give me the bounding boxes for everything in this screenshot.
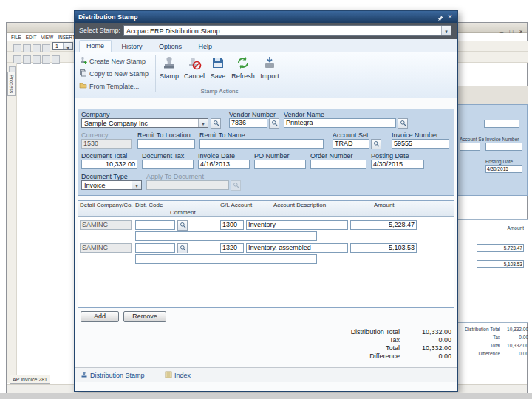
- document-total-field[interactable]: 10,332.00: [81, 160, 137, 169]
- invoice-number-field[interactable]: 59555: [392, 139, 449, 149]
- order-number-field[interactable]: [310, 160, 366, 169]
- select-stamp-combo[interactable]: Accpac ERP Distribution Stamp: [123, 25, 451, 36]
- toolbar-icon[interactable]: [23, 44, 31, 52]
- toolbar-icon[interactable]: [52, 55, 60, 64]
- gl-account-field[interactable]: 1320: [220, 243, 244, 253]
- document-tax-field[interactable]: [142, 160, 194, 169]
- invoice-date-field[interactable]: 4/16/2013: [198, 160, 250, 169]
- toolbar-icon[interactable]: [42, 44, 50, 52]
- po-number-field[interactable]: [254, 160, 306, 169]
- dropdown-arrow-icon[interactable]: [198, 119, 208, 127]
- comment-field[interactable]: [135, 254, 317, 264]
- header-amount[interactable]: Amount: [374, 202, 417, 208]
- toolbar-icon[interactable]: [42, 55, 50, 64]
- background-amount-field[interactable]: 5,723.47: [477, 244, 524, 252]
- account-description-field[interactable]: Inventory: [246, 220, 348, 230]
- footer-tab-index[interactable]: Index: [165, 371, 191, 380]
- header-dist-code[interactable]: Dist. Code: [135, 202, 172, 208]
- close-icon[interactable]: ×: [446, 11, 454, 23]
- background-form-panel: Account Set Invoice Number Posting Date …: [457, 104, 528, 196]
- difference-label: Difference: [282, 352, 400, 360]
- import-icon: [262, 55, 277, 72]
- from-template-button[interactable]: From Template...: [78, 80, 154, 92]
- dist-code-field[interactable]: [135, 243, 175, 253]
- remit-to-name-field[interactable]: [200, 139, 324, 149]
- footer-tab-distribution-stamp[interactable]: Distribution Stamp: [81, 371, 145, 380]
- menu-edit[interactable]: EDIT: [26, 35, 37, 40]
- zoom-level-combo[interactable]: 1: [52, 42, 73, 50]
- dist-code-field[interactable]: [135, 220, 175, 230]
- toolbar-icon[interactable]: [13, 44, 21, 52]
- save-button[interactable]: Save: [208, 54, 228, 89]
- index-icon: [165, 371, 172, 380]
- amount-field[interactable]: 5,103.53: [350, 243, 417, 253]
- document-type-combo[interactable]: Invoice: [81, 180, 142, 190]
- background-field[interactable]: [460, 143, 480, 151]
- dialog-titlebar[interactable]: Distribution Stamp ×: [75, 11, 457, 23]
- header-detail-company[interactable]: Detail Company/Co...: [80, 202, 133, 208]
- dropdown-arrow-icon[interactable]: [132, 181, 141, 189]
- document-tab[interactable]: AP Invoice 281: [10, 375, 50, 384]
- distribution-total-label: Distribution Total: [282, 328, 400, 335]
- vendor-number-field[interactable]: 7836: [229, 118, 267, 128]
- vendor-name-browse-button[interactable]: [398, 118, 408, 129]
- remit-to-location-label: Remit To Location: [137, 132, 191, 139]
- tab-help[interactable]: Help: [191, 41, 219, 52]
- account-description-field[interactable]: Inventory, assembled: [246, 243, 348, 253]
- toolbar-icon[interactable]: [33, 44, 41, 52]
- vendor-finder-button[interactable]: [269, 118, 279, 129]
- background-posting-date-field[interactable]: 4/30/2015: [485, 165, 522, 173]
- refresh-button[interactable]: Refresh: [230, 54, 256, 89]
- total-value: 10,332.00: [403, 344, 451, 352]
- new-stamp-icon: [79, 56, 87, 66]
- cancel-button[interactable]: Cancel: [183, 54, 206, 89]
- menu-view[interactable]: VIEW: [41, 35, 54, 40]
- header-comment[interactable]: Comment: [170, 209, 214, 216]
- copy-to-new-stamp-button[interactable]: Copy to New Stamp: [78, 67, 154, 80]
- account-set-finder-button[interactable]: [371, 139, 381, 149]
- posting-date-field[interactable]: 4/30/2015: [371, 160, 424, 169]
- tax-label: Tax: [282, 336, 400, 344]
- background-field[interactable]: [485, 143, 522, 151]
- background-amount-header: Amount: [488, 225, 524, 231]
- company-combo[interactable]: Sample Company Inc: [81, 118, 208, 128]
- toolbar-icon[interactable]: [23, 55, 31, 64]
- copy-icon: [79, 69, 87, 78]
- remove-button[interactable]: Remove: [123, 311, 166, 322]
- minimize-icon[interactable]: –: [497, 23, 506, 36]
- ribbon-stacked-group: Create New Stamp Copy to New Stamp From …: [78, 55, 154, 92]
- background-field[interactable]: [484, 120, 519, 128]
- close-icon[interactable]: ×: [516, 23, 525, 36]
- add-button[interactable]: Add: [81, 311, 119, 322]
- side-tab-process[interactable]: Process: [7, 72, 16, 96]
- gl-account-field[interactable]: 1300: [220, 220, 244, 230]
- dist-code-finder-button[interactable]: [177, 243, 188, 253]
- tab-home[interactable]: Home: [79, 40, 112, 52]
- tab-options[interactable]: Options: [152, 41, 188, 52]
- account-set-label: Account Set: [332, 132, 369, 139]
- invoice-date-label: Invoice Date: [198, 152, 235, 160]
- dropdown-arrow-icon[interactable]: [63, 43, 72, 49]
- maximize-icon[interactable]: □: [507, 23, 516, 36]
- menu-insert[interactable]: INSERT: [58, 35, 75, 40]
- dropdown-arrow-icon[interactable]: [441, 26, 451, 35]
- tab-history[interactable]: History: [115, 41, 149, 52]
- desktop: – □ × FILEEDITVIEWINSERTTOOLS 1 Process …: [0, 0, 532, 399]
- background-account-set-label: Account Set: [460, 136, 484, 143]
- header-account-description[interactable]: Account Description: [273, 202, 340, 208]
- toolbar-icon[interactable]: [33, 55, 41, 64]
- remit-to-location-field[interactable]: [137, 139, 195, 149]
- dist-code-finder-button[interactable]: [177, 220, 188, 231]
- header-gl-account[interactable]: G/L Account: [220, 202, 265, 208]
- menu-file[interactable]: FILE: [11, 35, 21, 40]
- amount-field[interactable]: 5,228.47: [350, 220, 417, 230]
- create-new-stamp-button[interactable]: Create New Stamp: [78, 55, 154, 67]
- stamp-button[interactable]: Stamp: [157, 54, 181, 89]
- document-total-label: Document Total: [81, 152, 127, 160]
- background-amount-field[interactable]: 5,103.53: [477, 260, 524, 268]
- comment-field[interactable]: [135, 231, 317, 241]
- vendor-name-field[interactable]: Printegra: [284, 118, 396, 128]
- account-set-field[interactable]: TRAD: [332, 139, 369, 149]
- company-finder-button[interactable]: [211, 118, 221, 129]
- import-button[interactable]: Import: [258, 54, 282, 89]
